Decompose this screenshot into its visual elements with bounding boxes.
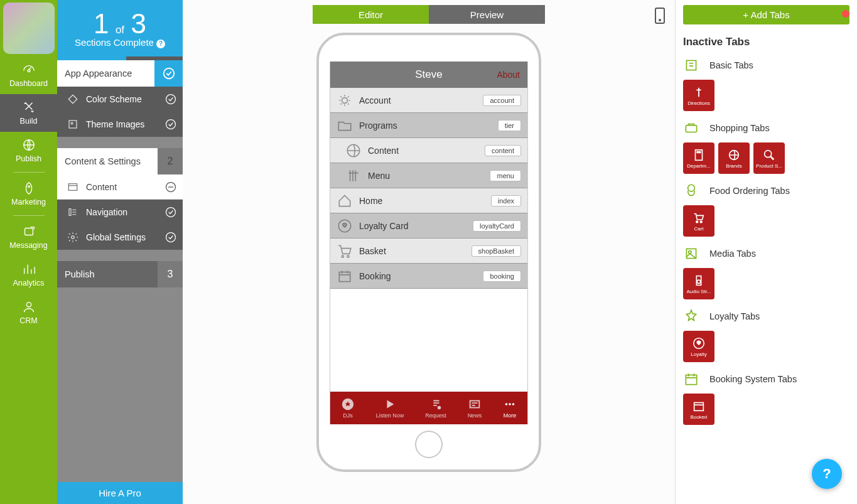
subitem-label: Content	[86, 182, 117, 192]
content-row[interactable]: Loyalty CardloyaltyCard	[330, 213, 527, 239]
category-icon	[683, 371, 699, 387]
section-app-appearance[interactable]: App Appearance	[57, 60, 183, 87]
tabbar-label: More	[504, 412, 517, 419]
app-avatar[interactable]	[3, 3, 55, 54]
tab-preview[interactable]: Preview	[429, 5, 545, 24]
row-icon	[337, 92, 353, 109]
tile-label: Product S...	[756, 163, 782, 169]
tabbar-more[interactable]: More	[503, 397, 517, 419]
category-icon	[683, 308, 699, 324]
help-icon[interactable]: ?	[156, 40, 165, 48]
music-icon	[429, 397, 443, 411]
inactive-tab-tile[interactable]: Loyalty	[683, 331, 714, 362]
nav-label: Build	[20, 117, 38, 126]
tabbar-listen[interactable]: Listen Now	[376, 397, 404, 419]
svg-point-36	[696, 221, 698, 223]
tabbar-news[interactable]: News	[468, 397, 482, 419]
tab-editor[interactable]: Editor	[313, 5, 429, 24]
category-row: Shopping Tabs	[683, 120, 849, 136]
content-row[interactable]: Bookingbooking	[330, 264, 527, 289]
svg-point-16	[342, 97, 348, 103]
inactive-tab-tile[interactable]: Departm...	[683, 142, 714, 174]
tile-row: Loyalty	[683, 331, 849, 362]
svg-rect-3	[24, 228, 33, 235]
tile-icon	[692, 148, 706, 162]
inactive-tab-tile[interactable]: Brands	[718, 142, 750, 174]
nav-build[interactable]: Build	[0, 94, 57, 132]
svg-rect-32	[699, 151, 701, 153]
check-icon	[159, 112, 183, 136]
phone-preview: Steve About AccountaccountProgramstierCo…	[316, 33, 541, 472]
row-tag: menu	[490, 170, 521, 181]
nav-crm[interactable]: CRM	[0, 294, 57, 331]
nav-label: CRM	[19, 316, 37, 325]
subitem-label: Global Settings	[86, 232, 146, 242]
svg-rect-28	[686, 60, 696, 70]
content-row[interactable]: Contentcontent	[330, 138, 527, 163]
hire-pro-button[interactable]: Hire A Pro	[57, 482, 183, 504]
person-icon	[21, 300, 37, 314]
inactive-tab-tile[interactable]: Directions	[683, 80, 714, 111]
check-icon	[159, 200, 183, 224]
right-panel: + Add Tabs Inactive Tabs Basic TabsDirec…	[675, 0, 857, 504]
inactive-tab-tile[interactable]: Product S...	[753, 142, 785, 174]
section-title: App Appearance	[65, 68, 132, 78]
subitem-navigation[interactable]: Navigation	[57, 200, 183, 225]
category-row: Food Ordering Tabs	[683, 183, 849, 199]
svg-point-34	[765, 150, 772, 157]
nav-publish[interactable]: Publish	[0, 132, 57, 169]
category-icon	[683, 183, 699, 199]
screen-title: Steve	[415, 68, 442, 81]
content-row[interactable]: Programstier	[330, 113, 527, 138]
content-row[interactable]: Homeindex	[330, 188, 527, 213]
add-tabs-button[interactable]: + Add Tabs	[683, 5, 849, 24]
nav-messaging[interactable]: Messaging	[0, 218, 57, 256]
section-title: Content & Settings	[65, 156, 141, 166]
home-button[interactable]	[415, 431, 443, 458]
device-toggle-icon[interactable]	[655, 8, 665, 24]
subitem-theme-images[interactable]: Theme Images	[57, 112, 183, 137]
tabbar-request[interactable]: Request	[425, 397, 446, 419]
content-row[interactable]: Accountaccount	[330, 88, 527, 113]
nav-label: Marketing	[11, 198, 46, 206]
nav-dashboard[interactable]: Dashboard	[0, 56, 57, 94]
svg-rect-44	[694, 402, 704, 410]
category-icon	[683, 245, 699, 262]
nav-analytics[interactable]: Analytics	[0, 256, 57, 294]
subitem-color-scheme[interactable]: Color Scheme	[57, 87, 183, 112]
row-tag: account	[483, 95, 521, 106]
about-link[interactable]: About	[497, 70, 520, 80]
tabbar-djs[interactable]: DJs	[341, 397, 355, 419]
svg-point-2	[28, 186, 30, 188]
svg-point-6	[166, 95, 176, 104]
news-icon	[468, 397, 482, 411]
star-icon	[341, 397, 355, 411]
section-publish[interactable]: Publish 3	[57, 261, 183, 287]
subitem-label: Navigation	[86, 207, 127, 217]
svg-rect-30	[696, 149, 703, 160]
tabbar-label: Listen Now	[376, 412, 404, 419]
svg-point-0	[28, 70, 30, 72]
content-row[interactable]: Menumenu	[330, 163, 527, 188]
tile-label: Booked	[690, 414, 707, 420]
tools-icon	[21, 100, 37, 114]
section-content-settings[interactable]: Content & Settings 2	[57, 148, 183, 174]
svg-rect-7	[69, 121, 77, 128]
content-row[interactable]: BasketshopBasket	[330, 239, 527, 264]
subitem-global-settings[interactable]: Global Settings	[57, 225, 183, 250]
row-icon	[337, 268, 353, 284]
row-icon	[337, 243, 353, 259]
inactive-tab-tile[interactable]: Audio Str...	[683, 268, 714, 299]
category-label: Basic Tabs	[709, 60, 753, 70]
inactive-tab-tile[interactable]: Booked	[683, 394, 714, 425]
tile-row: Departm...BrandsProduct S...	[683, 142, 849, 174]
category-icon	[683, 57, 699, 73]
inactive-tab-tile[interactable]: Cart	[683, 205, 714, 237]
help-fab[interactable]: ?	[812, 459, 842, 489]
svg-point-41	[697, 280, 701, 284]
row-tag: tier	[498, 120, 521, 131]
nav-separator	[13, 172, 45, 173]
subitem-content[interactable]: Content	[57, 174, 183, 200]
category-row: Booking System Tabs	[683, 371, 849, 387]
nav-marketing[interactable]: Marketing	[0, 175, 57, 213]
